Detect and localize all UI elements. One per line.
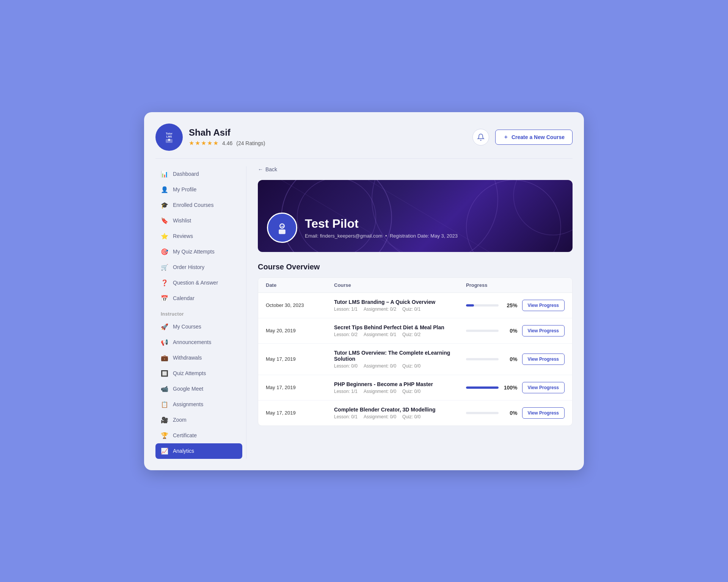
row-course-info-1: Secret Tips Behind Perfect Diet & Meal P… bbox=[334, 324, 466, 337]
progress-pct-2: 0% bbox=[503, 356, 518, 362]
my-quiz-attempts-icon: 🎯 bbox=[161, 248, 168, 255]
nav-label-announcements: Announcements bbox=[173, 339, 211, 345]
sidebar-item-my-courses[interactable]: 🚀My Courses bbox=[155, 319, 242, 335]
assignment-0: Assignment: 0/2 bbox=[364, 307, 396, 312]
assignment-1: Assignment: 0/1 bbox=[364, 332, 396, 337]
row-course-title-3: PHP Beginners - Become a PHP Master bbox=[334, 381, 466, 387]
app-container: Tutor LMS Shah Asif ★ ★ ★ ★ ★ 4.46 bbox=[144, 112, 584, 470]
row-progress-0: 25% View Progress bbox=[466, 300, 565, 311]
course-overview-title: Course Overview bbox=[258, 263, 573, 271]
sidebar-item-order-history[interactable]: 🛒Order History bbox=[155, 260, 242, 275]
course-registration: Registration Date: May 3, 2023 bbox=[390, 233, 458, 239]
quiz-2: Quiz: 0/0 bbox=[402, 363, 420, 369]
sidebar-item-quiz-attempts[interactable]: 🔲Quiz Attempts bbox=[155, 366, 242, 381]
table-row: May 17, 2019 Tutor LMS Overview: The Com… bbox=[258, 344, 572, 375]
row-course-title-2: Tutor LMS Overview: The Complete eLearni… bbox=[334, 350, 466, 362]
assignments-icon: 📋 bbox=[161, 401, 168, 408]
sidebar-item-wishlist[interactable]: 🔖Wishlist bbox=[155, 213, 242, 228]
nav-label-my-courses: My Courses bbox=[173, 324, 201, 330]
row-course-meta-4: Lesson: 0/1 Assignment: 0/0 Quiz: 0/0 bbox=[334, 414, 466, 419]
table-rows: October 30, 2023 Tutor LMS Branding – A … bbox=[258, 293, 572, 426]
star-1: ★ bbox=[189, 139, 194, 147]
create-course-button[interactable]: ＋ Create a New Course bbox=[495, 130, 573, 145]
row-course-title-4: Complete Blender Creator, 3D Modelling bbox=[334, 407, 466, 413]
lesson-0: Lesson: 1/1 bbox=[334, 307, 358, 312]
nav-label-analytics: Analytics bbox=[173, 448, 194, 454]
sidebar-item-reviews[interactable]: ⭐Reviews bbox=[155, 228, 242, 244]
my-profile-icon: 👤 bbox=[161, 186, 168, 193]
assignment-2: Assignment: 0/0 bbox=[364, 363, 396, 369]
header: Tutor LMS Shah Asif ★ ★ ★ ★ ★ 4.46 bbox=[155, 124, 573, 159]
star-4: ★ bbox=[207, 139, 212, 147]
sidebar-item-my-quiz-attempts[interactable]: 🎯My Quiz Attempts bbox=[155, 244, 242, 260]
nav-label-wishlist: Wishlist bbox=[173, 217, 191, 224]
nav-label-my-quiz-attempts: My Quiz Attempts bbox=[173, 249, 215, 255]
sidebar-item-enrolled-courses[interactable]: 🎓Enrolled Courses bbox=[155, 197, 242, 213]
nav-label-zoom: Zoom bbox=[173, 417, 187, 423]
nav-list: 📊Dashboard👤My Profile🎓Enrolled Courses🔖W… bbox=[155, 166, 242, 306]
user-info: Shah Asif ★ ★ ★ ★ ★ 4.46 (24 Ratings) bbox=[189, 127, 265, 147]
sidebar-item-question-answer[interactable]: ❓Question & Answer bbox=[155, 275, 242, 291]
row-progress-4: 0% View Progress bbox=[466, 407, 565, 419]
progress-bar-wrap-4 bbox=[466, 412, 499, 414]
back-arrow-icon: ← bbox=[258, 166, 263, 172]
nav-label-google-meet: Google Meet bbox=[173, 386, 203, 392]
course-logo: LMS bbox=[267, 213, 297, 243]
svg-text:LMS: LMS bbox=[280, 225, 284, 228]
sidebar-item-my-profile[interactable]: 👤My Profile bbox=[155, 182, 242, 197]
progress-bar-wrap-2 bbox=[466, 358, 499, 360]
view-progress-button-2[interactable]: View Progress bbox=[522, 354, 565, 365]
progress-pct-4: 0% bbox=[503, 410, 518, 416]
back-label: Back bbox=[265, 166, 277, 172]
header-progress: Progress bbox=[466, 282, 565, 288]
sidebar-item-withdrawals[interactable]: 💼Withdrawals bbox=[155, 350, 242, 366]
user-name: Shah Asif bbox=[189, 127, 265, 138]
row-course-meta-2: Lesson: 0/0 Assignment: 0/0 Quiz: 0/0 bbox=[334, 363, 466, 369]
progress-bar-wrap-0 bbox=[466, 304, 499, 307]
quiz-3: Quiz: 0/0 bbox=[402, 389, 420, 394]
lesson-1: Lesson: 0/2 bbox=[334, 332, 358, 337]
sidebar-item-analytics[interactable]: 📈Analytics bbox=[155, 443, 242, 459]
view-progress-button-3[interactable]: View Progress bbox=[522, 382, 565, 393]
assignment-4: Assignment: 0/0 bbox=[364, 414, 396, 419]
course-title: Test Pilot bbox=[305, 217, 458, 231]
stars: ★ ★ ★ ★ ★ bbox=[189, 139, 218, 147]
row-course-meta-3: Lesson: 1/1 Assignment: 0/0 Quiz: 0/0 bbox=[334, 389, 466, 394]
view-progress-button-4[interactable]: View Progress bbox=[522, 407, 565, 419]
progress-pct-3: 100% bbox=[503, 385, 518, 391]
table-header: Date Course Progress bbox=[258, 278, 572, 293]
header-course: Course bbox=[334, 282, 466, 288]
wishlist-icon: 🔖 bbox=[161, 217, 168, 224]
meta-separator: • bbox=[384, 233, 389, 239]
table-row: May 20, 2019 Secret Tips Behind Perfect … bbox=[258, 318, 572, 344]
nav-label-quiz-attempts: Quiz Attempts bbox=[173, 370, 206, 376]
row-course-meta-0: Lesson: 1/1 Assignment: 0/2 Quiz: 0/1 bbox=[334, 307, 466, 312]
view-progress-button-0[interactable]: View Progress bbox=[522, 300, 565, 311]
svg-point-4 bbox=[168, 139, 170, 141]
nav-label-order-history: Order History bbox=[173, 264, 204, 270]
sidebar-item-dashboard[interactable]: 📊Dashboard bbox=[155, 166, 242, 182]
reviews-icon: ⭐ bbox=[161, 233, 168, 240]
withdrawals-icon: 💼 bbox=[161, 354, 168, 361]
plus-icon: ＋ bbox=[503, 134, 508, 141]
back-link[interactable]: ← Back bbox=[258, 166, 573, 172]
svg-text:Tutor: Tutor bbox=[166, 132, 173, 135]
user-rating: ★ ★ ★ ★ ★ 4.46 (24 Ratings) bbox=[189, 139, 265, 147]
sidebar-item-calendar[interactable]: 📅Calendar bbox=[155, 291, 242, 306]
bell-button[interactable] bbox=[472, 129, 489, 146]
sidebar-item-announcements[interactable]: 📢Announcements bbox=[155, 335, 242, 350]
certificate-icon: 🏆 bbox=[161, 432, 168, 439]
row-progress-2: 0% View Progress bbox=[466, 354, 565, 365]
sidebar-item-certificate[interactable]: 🏆Certificate bbox=[155, 428, 242, 443]
sidebar-item-google-meet[interactable]: 📹Google Meet bbox=[155, 381, 242, 397]
row-date-1: May 20, 2019 bbox=[266, 328, 334, 333]
progress-pct-1: 0% bbox=[503, 328, 518, 334]
course-meta: Email: finders_keepers@gmail.com • Regis… bbox=[305, 233, 458, 239]
sidebar-item-assignments[interactable]: 📋Assignments bbox=[155, 397, 242, 412]
row-course-info-3: PHP Beginners - Become a PHP Master Less… bbox=[334, 381, 466, 394]
progress-pct-0: 25% bbox=[503, 302, 518, 308]
instructor-section-label: Instructor bbox=[155, 306, 242, 319]
course-email: Email: finders_keepers@gmail.com bbox=[305, 233, 383, 239]
sidebar-item-zoom[interactable]: 🎥Zoom bbox=[155, 412, 242, 428]
view-progress-button-1[interactable]: View Progress bbox=[522, 325, 565, 336]
